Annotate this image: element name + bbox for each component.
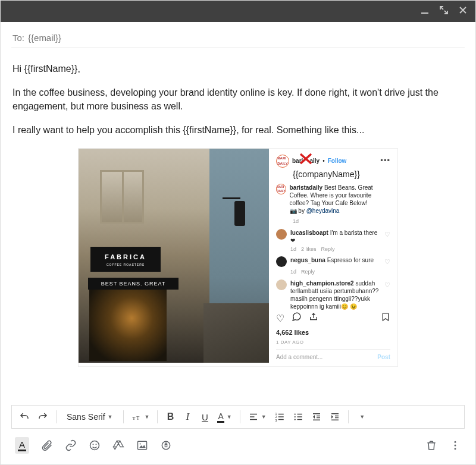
indent-more-button[interactable] bbox=[327, 409, 343, 425]
follow-link[interactable]: Follow bbox=[328, 157, 347, 165]
save-icon[interactable] bbox=[381, 312, 390, 326]
instagram-header: BARIDAILY bari aily • Follow ••• bbox=[276, 155, 390, 168]
paragraph-2: I really want to help you accomplish thi… bbox=[12, 124, 464, 137]
svg-line-1 bbox=[441, 7, 443, 10]
close-icon[interactable] bbox=[459, 6, 467, 17]
svg-text:3: 3 bbox=[275, 419, 277, 422]
paragraph-1: In the coffee business, developing your … bbox=[12, 86, 464, 113]
awning-sign: FABRICA COFFEE ROASTERS bbox=[90, 247, 161, 272]
comment-avatar bbox=[276, 229, 287, 240]
svg-point-33 bbox=[93, 444, 94, 445]
like-comment-icon[interactable]: ♡ bbox=[384, 281, 390, 290]
svg-point-32 bbox=[90, 441, 99, 450]
to-value: {{email}} bbox=[28, 33, 61, 43]
svg-point-34 bbox=[96, 444, 97, 445]
more-format-button[interactable]: ▼ bbox=[354, 409, 368, 425]
instagram-card: FABRICA COFFEE ROASTERS BEST BEANS. GREA… bbox=[78, 148, 398, 367]
like-comment-icon[interactable]: ♡ bbox=[384, 257, 390, 266]
compose-bottombar: A bbox=[1, 429, 475, 464]
redo-button[interactable] bbox=[35, 409, 51, 425]
drive-icon[interactable] bbox=[112, 439, 124, 451]
svg-rect-35 bbox=[138, 441, 147, 449]
bullet-list-button[interactable] bbox=[290, 409, 306, 425]
confidential-icon[interactable] bbox=[160, 439, 172, 451]
comment-1: lucaslisboapt I'm a barista there ❤ ♡ bbox=[276, 229, 390, 244]
underline-button[interactable]: U bbox=[198, 409, 212, 425]
svg-point-39 bbox=[455, 441, 456, 443]
align-button[interactable]: ▼ bbox=[246, 409, 269, 425]
discard-icon[interactable] bbox=[425, 439, 437, 451]
formatting-toggle-icon[interactable]: A bbox=[15, 437, 29, 454]
like-comment-icon[interactable]: ♡ bbox=[384, 230, 390, 239]
svg-point-36 bbox=[140, 443, 141, 444]
italic-button[interactable]: I bbox=[180, 409, 195, 425]
company-placeholder: {{companyName}} bbox=[293, 169, 390, 181]
like-icon[interactable]: ♡ bbox=[276, 312, 284, 325]
attach-icon[interactable] bbox=[41, 439, 53, 451]
add-comment-row[interactable]: Add a comment... Post bbox=[276, 349, 390, 362]
svg-point-20 bbox=[294, 419, 295, 420]
username[interactable]: bari aily bbox=[292, 157, 320, 165]
more-icon[interactable]: ••• bbox=[380, 155, 390, 166]
compose-window: To: {{email}} Hi {{firstName}}, In the c… bbox=[0, 0, 476, 465]
text-color-button[interactable]: A▼ bbox=[215, 409, 234, 425]
share-icon[interactable] bbox=[309, 312, 318, 325]
svg-rect-38 bbox=[165, 444, 167, 447]
avatar[interactable]: BARIDAILY bbox=[276, 155, 289, 168]
compose-content: To: {{email}} Hi {{firstName}}, In the c… bbox=[1, 22, 475, 405]
instagram-sidebar: BARIDAILY bari aily • Follow ••• {{compa… bbox=[269, 149, 397, 366]
add-comment-placeholder: Add a comment... bbox=[276, 353, 322, 362]
more-options-icon[interactable] bbox=[449, 439, 461, 451]
comment-avatar bbox=[276, 279, 287, 290]
comment-avatar bbox=[276, 256, 287, 267]
link-icon[interactable] bbox=[65, 439, 77, 451]
format-toolbar: Sans Serif▼ тT▼ B I U A▼ ▼ 123 ▼ bbox=[11, 405, 465, 429]
svg-text:T: T bbox=[136, 416, 139, 421]
svg-point-40 bbox=[455, 445, 456, 447]
post-time: 1 DAY AGO bbox=[276, 339, 390, 345]
to-field[interactable]: To: {{email}} bbox=[11, 28, 465, 48]
expand-icon[interactable] bbox=[440, 6, 448, 17]
minimize-icon[interactable] bbox=[421, 6, 429, 17]
greeting: Hi {{firstName}}, bbox=[12, 62, 464, 76]
comment-2: negus_buna Espresso for sure ♡ bbox=[276, 256, 390, 267]
titlebar bbox=[1, 1, 475, 22]
indent-less-button[interactable] bbox=[309, 409, 324, 425]
post-button[interactable]: Post bbox=[377, 353, 390, 362]
to-label: To: bbox=[12, 33, 24, 43]
instagram-photo: FABRICA COFFEE ROASTERS BEST BEANS. GREA… bbox=[79, 149, 269, 363]
likes-count[interactable]: 4,662 likes bbox=[276, 328, 390, 337]
bold-button[interactable]: B bbox=[163, 409, 177, 425]
svg-point-41 bbox=[455, 448, 456, 450]
caption-avatar: BARIDAILY bbox=[276, 184, 286, 194]
numbered-list-button[interactable]: 123 bbox=[272, 409, 287, 425]
caption: BARIDAILY baristadaily Best Beans. Great… bbox=[276, 184, 390, 215]
undo-button[interactable] bbox=[17, 409, 32, 425]
svg-point-19 bbox=[294, 416, 295, 417]
comment-icon[interactable] bbox=[292, 312, 302, 325]
svg-text:т: т bbox=[132, 414, 135, 421]
font-family-select[interactable]: Sans Serif▼ bbox=[62, 409, 118, 425]
svg-line-2 bbox=[444, 11, 447, 13]
tagline-sign: BEST BEANS. GREAT COFFEE. bbox=[88, 278, 178, 290]
font-size-button[interactable]: тT▼ bbox=[129, 409, 152, 425]
insert-image-icon[interactable] bbox=[136, 439, 148, 451]
emoji-icon[interactable] bbox=[89, 439, 101, 451]
caption-time: 1d bbox=[293, 218, 390, 225]
post-actions: ♡ bbox=[276, 312, 390, 326]
comment-3: high_champion.store2 suddah terllambatt … bbox=[276, 279, 390, 310]
svg-point-18 bbox=[294, 413, 295, 414]
email-body[interactable]: Hi {{firstName}}, In the coffee business… bbox=[11, 48, 465, 405]
